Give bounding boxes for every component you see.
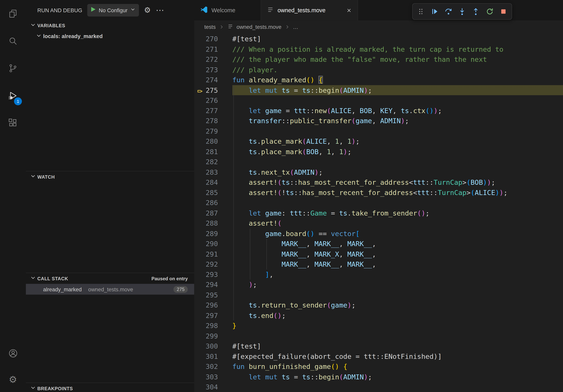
code-text[interactable]: let game: ttt::Game = ts.take_from_sende… (232, 209, 430, 217)
code-line[interactable]: 286 (194, 197, 563, 208)
line-number[interactable]: 292 (194, 259, 218, 269)
activity-extensions[interactable] (0, 109, 26, 136)
code-text[interactable]: MARK__, MARK__, MARK__, (232, 240, 376, 248)
code-line[interactable]: 301#[expected_failure(abort_code = ttt::… (194, 351, 563, 361)
line-number[interactable]: 278 (194, 116, 218, 126)
activity-run-and-debug[interactable]: 1 (0, 82, 26, 109)
code-text[interactable]: ], (232, 270, 273, 278)
watch-section-header[interactable]: WATCH (26, 171, 194, 182)
breadcrumb-file[interactable]: owned_tests.move (237, 24, 282, 30)
code-line[interactable]: 280 ts.place_mark(ALICE, 1, 1); (194, 136, 563, 146)
call-stack-frame[interactable]: already_marked owned_tests.move 275 (26, 284, 194, 295)
tab-owned-tests[interactable]: owned_tests.move (261, 0, 358, 21)
line-number[interactable]: 270 (194, 34, 218, 44)
line-number[interactable]: 297 (194, 310, 218, 321)
code-line[interactable]: 302fun burn_unfinished_game() { (194, 361, 563, 372)
drag-handle-icon[interactable] (415, 6, 426, 17)
line-number[interactable]: 295 (194, 290, 218, 300)
start-debugging-icon[interactable] (91, 7, 96, 14)
line-number[interactable]: 294 (194, 279, 218, 290)
call-stack-section-header[interactable]: CALL STACK Paused on entry (26, 273, 194, 284)
code-text[interactable]: let mut ts = ts::begin(ADMIN); (232, 86, 372, 94)
code-line[interactable]: 294 ); (194, 279, 563, 290)
activity-explorer[interactable] (0, 0, 26, 27)
code-line[interactable]: 298} (194, 321, 563, 331)
code-text[interactable]: fun already_marked() { (232, 76, 323, 84)
tab-welcome[interactable]: Welcome (194, 0, 261, 21)
code-line[interactable]: 283 ts.next_tx(ADMIN); (194, 167, 563, 177)
close-icon[interactable] (346, 7, 352, 13)
code-text[interactable]: let game = ttt::new(ALICE, BOB, KEY, ts.… (232, 107, 442, 115)
launch-config-button[interactable]: No Configur (87, 4, 139, 16)
activity-search[interactable] (0, 27, 26, 54)
line-number[interactable]: 277 (194, 105, 218, 116)
line-number[interactable]: 302 (194, 361, 218, 372)
code-text[interactable]: MARK__, MARK_X, MARK__, (232, 250, 376, 258)
code-line[interactable]: 293 ], (194, 269, 563, 279)
restart-button[interactable] (484, 6, 495, 17)
code-line[interactable]: 287 let game: ttt::Game = ts.take_from_s… (194, 208, 563, 218)
code-line[interactable]: 297 ts.end(); (194, 310, 563, 321)
line-number[interactable]: 279 (194, 126, 218, 136)
code-line[interactable]: 292 MARK__, MARK__, MARK__, (194, 259, 563, 269)
step-into-button[interactable] (456, 6, 468, 17)
line-number[interactable]: 272 (194, 54, 218, 65)
code-line[interactable]: 296 ts.return_to_sender(game); (194, 300, 563, 310)
code-text[interactable]: ts.next_tx(ADMIN); (232, 168, 323, 176)
line-number[interactable]: 273 (194, 65, 218, 75)
code-line[interactable]: 279 (194, 126, 563, 136)
activity-account[interactable] (0, 340, 26, 367)
line-number[interactable]: 300 (194, 341, 218, 351)
variables-scope-row[interactable]: locals: already_marked (26, 31, 194, 41)
line-number[interactable]: 284 (194, 177, 218, 187)
line-number[interactable]: 299 (194, 331, 218, 341)
continue-button[interactable] (429, 6, 440, 17)
line-number[interactable]: 281 (194, 146, 218, 157)
activity-settings[interactable]: ⚙ (0, 367, 26, 392)
line-number[interactable]: 289 (194, 228, 218, 239)
code-text[interactable]: fun burn_unfinished_game() { (232, 363, 347, 370)
code-text[interactable]: let mut ts = ts::begin(ADMIN); (232, 373, 372, 380)
line-number[interactable]: 276 (194, 95, 218, 105)
stop-button[interactable] (498, 6, 509, 17)
code-text[interactable]: ts.place_mark(BOB, 1, 1); (232, 147, 352, 155)
code-line[interactable]: 275 let mut ts = ts::begin(ADMIN); (194, 85, 563, 95)
line-number[interactable]: 290 (194, 239, 218, 249)
code-line[interactable]: 281 ts.place_mark(BOB, 1, 1); (194, 146, 563, 157)
code-text[interactable]: /// player. (232, 65, 278, 73)
breadcrumb-more[interactable]: … (293, 24, 298, 30)
breadcrumb-folder[interactable]: tests (204, 24, 216, 30)
code-text[interactable]: /// the player who made the "false" move… (232, 55, 487, 63)
code-text[interactable]: ts.place_mark(ALICE, 1, 1); (232, 137, 360, 145)
code-editor[interactable]: 270#[test]271/// When a position is alre… (194, 33, 563, 392)
code-text[interactable]: MARK__, MARK__, MARK__, (232, 260, 376, 268)
code-line[interactable]: 270#[test] (194, 34, 563, 44)
line-number[interactable]: 303 (194, 372, 218, 382)
line-number[interactable]: 293 (194, 269, 218, 279)
line-number[interactable]: 271 (194, 44, 218, 54)
line-number[interactable]: 286 (194, 197, 218, 208)
code-line[interactable]: 303 let mut ts = ts::begin(ADMIN); (194, 372, 563, 382)
code-line[interactable]: 295 (194, 290, 563, 300)
line-number[interactable]: 287 (194, 208, 218, 218)
variables-section-header[interactable]: VARIABLES (26, 20, 194, 31)
line-number[interactable]: 291 (194, 249, 218, 259)
code-line[interactable]: 285 assert!(!ts::has_most_recent_for_add… (194, 187, 563, 197)
line-number[interactable]: 285 (194, 187, 218, 197)
code-line[interactable]: 289 game.board() == vector[ (194, 228, 563, 239)
more-actions-icon[interactable]: ⋯ (156, 6, 164, 14)
line-number[interactable]: 280 (194, 136, 218, 146)
code-line[interactable]: 299 (194, 331, 563, 341)
line-number[interactable]: 301 (194, 351, 218, 361)
code-text[interactable]: #[test] (232, 35, 261, 43)
activity-source-control[interactable] (0, 55, 26, 82)
code-line[interactable]: 284 assert!(ts::has_most_recent_for_addr… (194, 177, 563, 187)
code-line[interactable]: 274fun already_marked() { (194, 75, 563, 85)
breakpoints-section-header[interactable]: BREAKPOINTS (26, 383, 194, 392)
code-text[interactable]: /// When a position is already marked, t… (232, 45, 503, 53)
line-number[interactable]: 282 (194, 157, 218, 167)
code-text[interactable]: assert!(ts::has_most_recent_for_address<… (232, 178, 495, 186)
code-line[interactable]: 273/// player. (194, 65, 563, 75)
line-number[interactable]: 283 (194, 167, 218, 177)
code-text[interactable]: ts.end(); (232, 311, 286, 319)
